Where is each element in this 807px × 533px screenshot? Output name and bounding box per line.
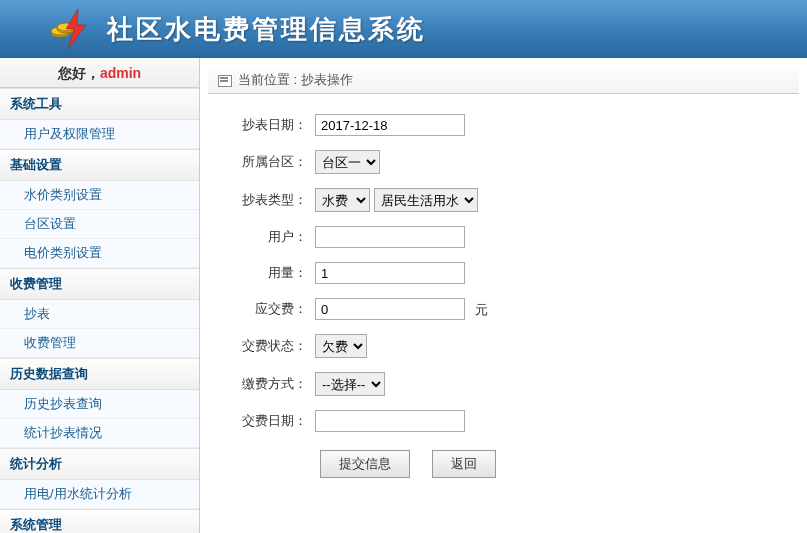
breadcrumb-label: 当前位置	[238, 66, 290, 94]
nav-item-meter-read[interactable]: 抄表	[0, 300, 199, 329]
welcome-username: admin	[100, 65, 141, 81]
select-status[interactable]: 欠费	[315, 334, 367, 358]
nav-item-stat-meter[interactable]: 统计抄表情况	[0, 419, 199, 448]
breadcrumb-page: 抄表操作	[301, 66, 353, 94]
nav-item-fee-manage[interactable]: 收费管理	[0, 329, 199, 358]
breadcrumb-icon	[218, 74, 232, 86]
input-amount[interactable]	[315, 262, 465, 284]
app-logo	[50, 7, 95, 52]
label-status: 交费状态：	[210, 337, 315, 355]
nav-section-system-tools[interactable]: 系统工具	[0, 88, 199, 120]
nav-item-water-price[interactable]: 水价类别设置	[0, 181, 199, 210]
input-user[interactable]	[315, 226, 465, 248]
app-title: 社区水电费管理信息系统	[107, 12, 426, 47]
select-method[interactable]: --选择--	[315, 372, 385, 396]
select-area[interactable]: 台区一	[315, 150, 380, 174]
svg-marker-4	[66, 9, 86, 49]
select-type-main[interactable]: 水费	[315, 188, 370, 212]
lightning-icon	[62, 9, 90, 49]
nav-item-elec-price[interactable]: 电价类别设置	[0, 239, 199, 268]
sidebar: 您好，admin 系统工具 用户及权限管理 基础设置 水价类别设置 台区设置 电…	[0, 58, 200, 533]
input-paydate[interactable]	[315, 410, 465, 432]
label-method: 缴费方式：	[210, 375, 315, 393]
label-date: 抄表日期：	[210, 116, 315, 134]
app-header: 社区水电费管理信息系统	[0, 0, 807, 58]
label-type: 抄表类型：	[210, 191, 315, 209]
nav-section-sys-manage[interactable]: 系统管理	[0, 509, 199, 533]
label-fee: 应交费：	[210, 300, 315, 318]
main-panel: 当前位置 : 抄表操作 抄表日期： 所属台区： 台区一 抄表类型： 水费 居民生…	[200, 58, 807, 533]
nav-item-user-permission[interactable]: 用户及权限管理	[0, 120, 199, 149]
label-user: 用户：	[210, 228, 315, 246]
label-area: 所属台区：	[210, 153, 315, 171]
nav-section-stats[interactable]: 统计分析	[0, 448, 199, 480]
welcome-bar: 您好，admin	[0, 58, 199, 88]
nav-section-history[interactable]: 历史数据查询	[0, 358, 199, 390]
nav-item-usage-stats[interactable]: 用电/用水统计分析	[0, 480, 199, 509]
label-paydate: 交费日期：	[210, 412, 315, 430]
input-fee[interactable]	[315, 298, 465, 320]
label-amount: 用量：	[210, 264, 315, 282]
back-button[interactable]: 返回	[432, 450, 496, 478]
breadcrumb: 当前位置 : 抄表操作	[208, 66, 799, 94]
select-type-sub[interactable]: 居民生活用水	[374, 188, 478, 212]
submit-button[interactable]: 提交信息	[320, 450, 410, 478]
welcome-greeting: 您好，	[58, 65, 100, 81]
fee-unit: 元	[475, 302, 488, 317]
nav-section-base-settings[interactable]: 基础设置	[0, 149, 199, 181]
nav-item-area-setting[interactable]: 台区设置	[0, 210, 199, 239]
input-date[interactable]	[315, 114, 465, 136]
nav-section-fee-manage[interactable]: 收费管理	[0, 268, 199, 300]
nav-item-history-query[interactable]: 历史抄表查询	[0, 390, 199, 419]
meter-form: 抄表日期： 所属台区： 台区一 抄表类型： 水费 居民生活用水 用户： 用量：	[200, 94, 807, 488]
